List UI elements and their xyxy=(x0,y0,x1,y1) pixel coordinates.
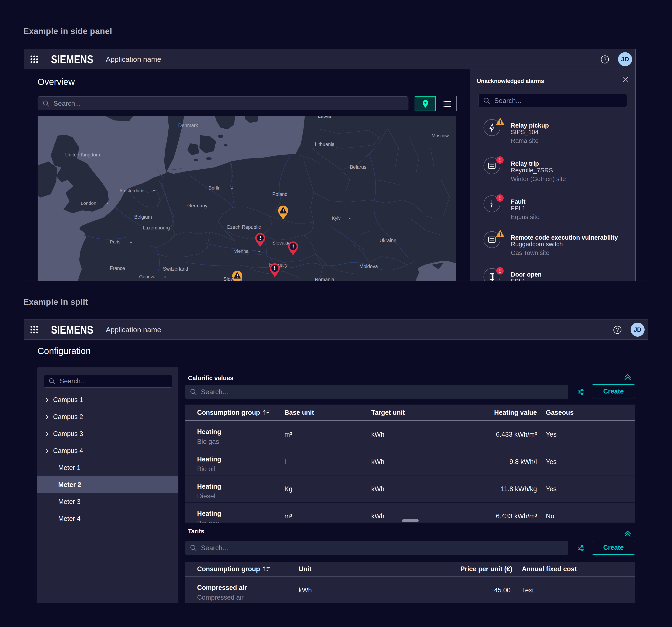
svg-text:Geneva: Geneva xyxy=(139,274,156,279)
svg-text:Moscow: Moscow xyxy=(432,133,449,139)
svg-text:Luxembourg: Luxembourg xyxy=(143,225,170,230)
svg-text:Belarus: Belarus xyxy=(350,164,366,170)
svg-text:France: France xyxy=(110,266,125,271)
svg-text:Amsterdam: Amsterdam xyxy=(119,188,143,193)
svg-text:Moldova: Moldova xyxy=(359,264,378,269)
svg-text:London: London xyxy=(81,201,96,206)
svg-text:Lithuania: Lithuania xyxy=(315,142,335,147)
svg-text:Romania: Romania xyxy=(315,277,334,281)
svg-text:Switzerland: Switzerland xyxy=(163,266,188,272)
svg-text:Slovakia: Slovakia xyxy=(272,240,291,246)
svg-text:Kyiv: Kyiv xyxy=(332,216,341,221)
svg-text:Latvia: Latvia xyxy=(318,116,331,119)
svg-text:Vienna: Vienna xyxy=(234,249,249,254)
svg-text:Belgium: Belgium xyxy=(134,214,152,220)
svg-text:Berlin: Berlin xyxy=(209,185,220,191)
svg-text:Paris: Paris xyxy=(110,239,120,245)
svg-text:Denmark: Denmark xyxy=(178,123,198,128)
svg-text:Czech Republic: Czech Republic xyxy=(226,224,261,230)
svg-text:Poland: Poland xyxy=(272,192,288,197)
svg-text:Ukraine: Ukraine xyxy=(380,238,396,243)
svg-text:?: ? xyxy=(603,56,606,62)
svg-text:United Kingdom: United Kingdom xyxy=(65,152,100,157)
svg-text:Germany: Germany xyxy=(187,203,208,208)
